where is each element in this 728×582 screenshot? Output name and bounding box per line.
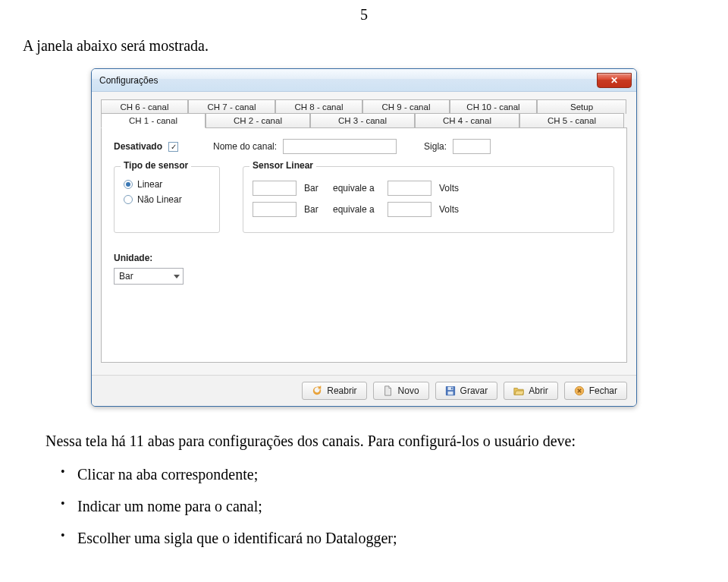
gravar-button[interactable]: Gravar bbox=[435, 382, 498, 400]
gravar-label: Gravar bbox=[460, 385, 488, 396]
intro-text: A janela abaixo será mostrada. bbox=[23, 37, 713, 55]
tab-ch1[interactable]: CH 1 - canal bbox=[101, 113, 206, 128]
tab-ch3[interactable]: CH 3 - canal bbox=[310, 113, 415, 128]
tab-ch2[interactable]: CH 2 - canal bbox=[206, 113, 310, 128]
radio-linear[interactable] bbox=[124, 180, 133, 189]
reabrir-label: Reabrir bbox=[327, 385, 356, 396]
dialog-title: Configurações bbox=[99, 75, 158, 86]
list-item: Clicar na aba correspondente; bbox=[61, 463, 713, 486]
linear-r1-v2[interactable] bbox=[388, 181, 431, 196]
titlebar: Configurações ✕ bbox=[92, 69, 636, 92]
linear-r2-u1: Bar bbox=[304, 204, 325, 215]
unidade-label: Unidade: bbox=[114, 253, 614, 263]
abrir-button[interactable]: Abrir bbox=[504, 382, 557, 400]
file-icon bbox=[383, 385, 394, 396]
linear-r2-v1[interactable] bbox=[253, 202, 297, 217]
radio-linear-label: Linear bbox=[137, 179, 162, 190]
tab-ch6[interactable]: CH 6 - canal bbox=[101, 99, 188, 114]
linear-r1-u1: Bar bbox=[304, 183, 325, 193]
dialog-footer: Reabrir Novo Gravar Abrir Fechar bbox=[92, 375, 636, 406]
group-sensor-linear: Sensor Linear Bar equivale a Volts Bar bbox=[243, 166, 614, 233]
chevron-down-icon bbox=[174, 275, 180, 278]
reabrir-button[interactable]: Reabrir bbox=[302, 382, 366, 400]
tab-ch9[interactable]: CH 9 - canal bbox=[362, 99, 450, 114]
tab-panel: Desativado ✓ Nome do canal: Sigla: Tipo … bbox=[101, 127, 627, 363]
linear-r1-v1[interactable] bbox=[253, 181, 297, 196]
refresh-icon bbox=[312, 385, 322, 396]
linear-r1-eq: equivale a bbox=[333, 183, 380, 193]
close-icon: ✕ bbox=[610, 75, 618, 86]
unidade-combo[interactable]: Bar bbox=[114, 268, 184, 285]
tab-ch7[interactable]: CH 7 - canal bbox=[188, 99, 275, 114]
tab-setup[interactable]: Setup bbox=[537, 99, 626, 114]
linear-r2-u2: Volts bbox=[439, 204, 459, 215]
bullet-list: Clicar na aba correspondente; Indicar um… bbox=[15, 463, 713, 549]
linear-r2-v2[interactable] bbox=[388, 202, 431, 217]
list-item: Indicar um nome para o canal; bbox=[61, 495, 713, 518]
close-button[interactable]: ✕ bbox=[597, 73, 632, 88]
unidade-value: Bar bbox=[119, 271, 133, 282]
nome-canal-input[interactable] bbox=[283, 139, 397, 154]
config-dialog: Configurações ✕ CH 6 - canal CH 7 - cana… bbox=[91, 68, 637, 407]
svg-rect-2 bbox=[447, 392, 453, 395]
sigla-label: Sigla: bbox=[424, 141, 447, 152]
novo-button[interactable]: Novo bbox=[373, 382, 429, 400]
fechar-button[interactable]: Fechar bbox=[564, 382, 627, 400]
fechar-label: Fechar bbox=[589, 385, 617, 396]
group-sensor-linear-title: Sensor Linear bbox=[249, 160, 316, 171]
abrir-label: Abrir bbox=[529, 385, 548, 396]
svg-rect-3 bbox=[450, 388, 452, 390]
folder-open-icon bbox=[513, 385, 524, 396]
radio-nao-linear[interactable] bbox=[124, 195, 133, 204]
tab-ch4[interactable]: CH 4 - canal bbox=[415, 113, 519, 128]
after-text: Nessa tela há 11 abas para configurações… bbox=[15, 429, 713, 452]
group-tipo-sensor: Tipo de sensor Linear Não Linear bbox=[114, 166, 220, 233]
desativado-checkbox[interactable]: ✓ bbox=[168, 142, 178, 152]
group-tipo-sensor-title: Tipo de sensor bbox=[121, 160, 191, 171]
list-item: Escolher uma sigla que o identificará no… bbox=[61, 527, 713, 549]
tabs: CH 6 - canal CH 7 - canal CH 8 - canal C… bbox=[101, 99, 627, 363]
radio-nao-linear-label: Não Linear bbox=[137, 194, 182, 205]
tab-ch5[interactable]: CH 5 - canal bbox=[519, 113, 624, 128]
close-circle-icon bbox=[574, 385, 585, 396]
tab-ch10[interactable]: CH 10 - canal bbox=[450, 99, 537, 114]
page-number: 5 bbox=[15, 6, 713, 24]
linear-r1-u2: Volts bbox=[439, 183, 459, 193]
save-icon bbox=[445, 385, 456, 396]
tab-ch8[interactable]: CH 8 - canal bbox=[275, 99, 362, 114]
novo-label: Novo bbox=[398, 385, 419, 396]
dialog-body: CH 6 - canal CH 7 - canal CH 8 - canal C… bbox=[92, 92, 636, 375]
linear-r2-eq: equivale a bbox=[333, 204, 380, 215]
nome-canal-label: Nome do canal: bbox=[213, 141, 277, 152]
sigla-input[interactable] bbox=[453, 139, 491, 154]
desativado-label: Desativado bbox=[114, 141, 162, 152]
